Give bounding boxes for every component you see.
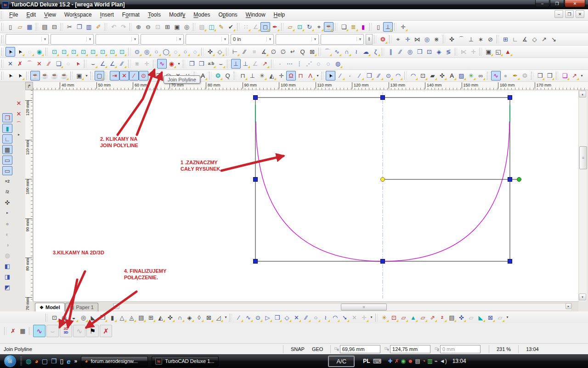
wp-view-icon[interactable]: ◣ <box>476 313 486 322</box>
open-file-icon[interactable]: ▱ <box>15 22 25 32</box>
break1-icon[interactable]: ✕ <box>14 98 24 108</box>
framesel2-icon[interactable]: ❒ <box>545 71 554 80</box>
table-icon[interactable]: ▦ <box>18 326 28 336</box>
menu-help[interactable]: Help <box>270 10 289 19</box>
sphere-grey-icon[interactable]: ● <box>501 71 510 80</box>
toolbar-grip[interactable] <box>237 23 239 31</box>
view-iso-nw-icon[interactable]: ⊡ <box>79 47 88 57</box>
mdi-restore-button[interactable]: ❐ <box>565 10 574 18</box>
coord-abs-icon[interactable]: ⊥ <box>231 59 241 69</box>
dome-icon[interactable]: ∩ <box>175 313 185 322</box>
mdi-close-button[interactable]: ✕ <box>576 10 584 18</box>
error-x-icon[interactable]: ✗ <box>394 358 399 364</box>
marker-icon[interactable]: ✒ <box>510 71 520 80</box>
dim-radius-icon[interactable]: ∅ <box>269 47 278 57</box>
snapshot-icon[interactable]: ▣ <box>74 71 84 80</box>
rect3-icon[interactable]: ❒ <box>272 313 282 322</box>
circle-3pt-icon[interactable]: ◯ <box>161 47 171 57</box>
slab-icon[interactable]: ▰ <box>428 71 437 80</box>
select-icon[interactable]: ➤ <box>6 47 15 57</box>
shield-icon[interactable]: ✚ <box>388 358 392 364</box>
ring-icon[interactable]: ◎ <box>405 47 415 57</box>
cut-icon[interactable]: ✂ <box>65 22 74 32</box>
toolbar-grip[interactable] <box>26 72 28 80</box>
toolbar-grip[interactable] <box>36 23 38 31</box>
grey-mirror-icon[interactable]: ⋉ <box>459 47 469 57</box>
menu-edit[interactable]: Edit <box>22 10 40 19</box>
palette-icon[interactable]: ▮ <box>358 22 368 32</box>
wp-burst-icon[interactable]: ✳ <box>379 313 389 322</box>
taskbar-button-firefox[interactable]: ◕ forum.aerodesignw... <box>81 356 148 367</box>
node3d-icon[interactable]: ◉ <box>59 313 69 322</box>
finish-icon[interactable]: ⚑ <box>86 325 99 337</box>
keyboard-icon[interactable]: ⌨ <box>373 358 382 365</box>
subtract-icon[interactable]: ◨ <box>2 272 12 281</box>
firefox-icon[interactable]: ◕ <box>34 358 38 364</box>
menu-window[interactable]: Window <box>242 10 270 19</box>
horizontal-scrollbar[interactable]: ◂ ▸ <box>113 303 572 311</box>
bool-grey1-icon[interactable]: ● <box>2 219 12 228</box>
tee-icon[interactable]: ⊥ <box>248 71 257 80</box>
vector-icon[interactable]: ↗ <box>539 34 549 44</box>
ruler-tool-icon[interactable]: ∟ <box>2 134 12 144</box>
toolbar-grip[interactable] <box>389 35 391 43</box>
toolbar-grip[interactable] <box>150 72 152 80</box>
concentric-icon[interactable]: ◎ <box>142 47 152 57</box>
power-plug-icon[interactable]: ⌁ <box>435 358 438 364</box>
toolbar-grip[interactable] <box>230 314 232 322</box>
bool-grey2-icon[interactable]: ◐ <box>2 230 12 239</box>
arc-red-icon[interactable]: ⌒ <box>14 120 24 129</box>
menu-format[interactable]: Format <box>118 10 144 19</box>
polar-icon[interactable]: ∡ <box>520 34 530 44</box>
dim-diameter-icon[interactable]: ∅ <box>278 47 288 57</box>
snap-indicator[interactable]: SNAP <box>287 346 308 352</box>
scroll-left-button[interactable]: ◂ <box>113 303 119 309</box>
extract-icon[interactable]: ▲ <box>503 47 513 57</box>
explode-icon[interactable]: ◉ <box>167 59 176 69</box>
menu-modes[interactable]: Modes <box>189 10 214 19</box>
toolbar-grip[interactable] <box>201 48 204 56</box>
mode-2d3d-button[interactable]: 2D3D <box>60 325 72 337</box>
horizontal-ruler[interactable]: 40 mm50 mm60 mm70 mm80 mm90 mm100 mm110 … <box>33 82 588 90</box>
wp-sheet-icon[interactable]: ▤ <box>447 313 457 322</box>
angle-grey-icon[interactable]: ∠ <box>251 22 260 32</box>
ratio-icon[interactable]: a:b <box>206 59 216 69</box>
zoom-window-icon[interactable]: ◎ <box>182 22 192 32</box>
dim-parallel-icon[interactable]: ∕∕ <box>240 47 249 57</box>
geo-indicator[interactable]: GEO <box>308 346 327 352</box>
snap-x-icon[interactable]: ✕ <box>119 71 129 80</box>
toolbar-grip[interactable] <box>443 35 445 43</box>
split-icon[interactable]: ∕∕ <box>117 59 127 69</box>
chamfer-icon[interactable]: ∠ <box>98 59 107 69</box>
grey-align-icon[interactable]: ✛ <box>469 47 478 57</box>
print-icon[interactable]: ▤ <box>40 22 50 32</box>
burst-green-icon[interactable]: ✳ <box>466 71 476 80</box>
pencil-edit-icon[interactable]: ✎ <box>216 22 226 32</box>
join-polyline2-icon[interactable]: ∿ <box>491 71 501 80</box>
pattern2-icon[interactable]: ▨ <box>457 71 466 80</box>
copy-entity-icon[interactable]: ❐ <box>187 59 197 69</box>
sel-rect-icon[interactable]: ❒ <box>2 113 12 122</box>
polyline-mode-icon[interactable]: ∿ <box>73 325 85 337</box>
flyout2-icon[interactable]: ▾ <box>84 71 89 80</box>
intersect-icon[interactable]: ◩ <box>2 282 12 292</box>
menu-insert[interactable]: Insert <box>96 10 118 19</box>
toolbar-grip[interactable] <box>281 23 283 31</box>
con-diag-icon[interactable]: ⋰ <box>304 59 314 69</box>
render-flat-icon[interactable]: ☕ <box>50 71 59 80</box>
rhomb-icon[interactable]: ◇ <box>282 313 292 322</box>
mdi-minimize-button[interactable]: – <box>554 10 563 18</box>
coordinate-icon[interactable]: ⊥ <box>383 22 393 32</box>
helix-icon[interactable]: ✜ <box>165 313 175 322</box>
flyout-btn-icon[interactable]: ▾ <box>176 59 181 69</box>
cylinder-icon[interactable]: ▮ <box>107 313 117 322</box>
toolbar-grip[interactable] <box>226 48 228 56</box>
polyline-icon[interactable]: ∿ <box>243 313 253 322</box>
toolbar-grip[interactable] <box>374 35 376 43</box>
insert-picture-icon[interactable]: ▧ <box>197 22 207 32</box>
agent-icon[interactable]: ☻ <box>407 358 413 364</box>
zoom-in-icon[interactable]: ⊕ <box>134 22 143 32</box>
restore-button[interactable]: ❐ <box>550 0 564 7</box>
tab-model[interactable]: ❖ Model <box>35 303 65 311</box>
toolbar-grip[interactable] <box>1 72 4 80</box>
